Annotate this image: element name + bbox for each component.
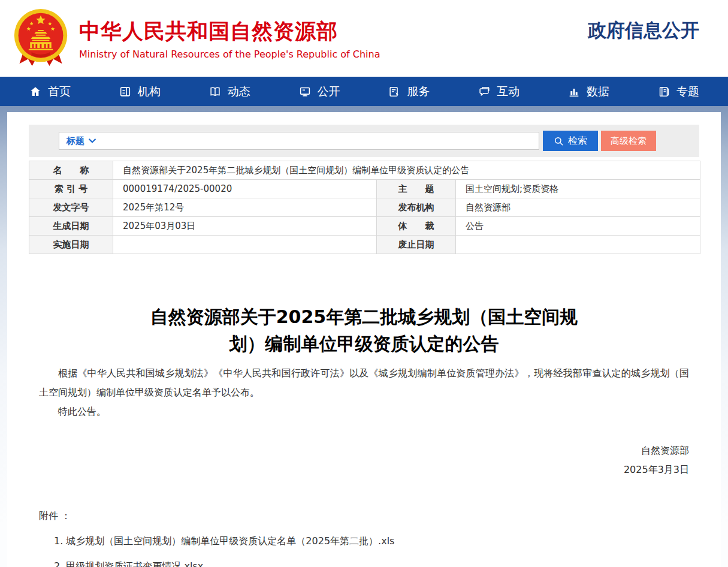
magnifier-icon <box>554 136 564 146</box>
disclosure-screen-icon <box>298 85 312 98</box>
attachments-section: 附件 ： 1. 城乡规划（国土空间规划）编制单位甲级资质认定名单（2025年第二… <box>39 507 689 567</box>
nav-item-service[interactable]: 服务 <box>388 84 430 99</box>
table-row: 名 称 自然资源部关于2025年第二批城乡规划（国土空间规划）编制单位甲级资质认… <box>29 161 700 180</box>
meta-value-repeal <box>456 236 700 254</box>
search-bar: 标题 检索 高级检索 <box>29 125 699 157</box>
main-nav: 首页 机构 动态 <box>0 77 728 106</box>
section-title-gov-info[interactable]: 政府信息公开 <box>588 18 699 43</box>
meta-label-index: 索 引 号 <box>29 180 113 198</box>
meta-value-effective <box>113 236 377 254</box>
meta-label-genre: 体 裁 <box>377 217 456 236</box>
meta-value-name: 自然资源部关于2025年第二批城乡规划（国土空间规划）编制单位甲级资质认定的公告 <box>113 161 700 180</box>
header-branding: 中华人民共和国自然资源部 Ministry of Natural Resourc… <box>12 8 380 69</box>
attachment-link[interactable]: 2. 甲级规划资质证书变更情况.xlsx <box>54 557 689 567</box>
nav-item-home[interactable]: 首页 <box>29 84 71 99</box>
signature-org: 自然资源部 <box>39 441 689 460</box>
content-panel: 标题 检索 高级检索 <box>7 112 721 567</box>
nav-item-news[interactable]: 动态 <box>209 84 250 99</box>
page-background: 标题 检索 高级检索 <box>0 106 728 567</box>
nav-item-label: 专题 <box>676 84 699 99</box>
chevron-down-icon <box>89 138 96 143</box>
table-row: 索 引 号 000019174/2025-00020 主 题 国土空间规划;资质… <box>29 180 700 198</box>
search-field-selector[interactable]: 标题 <box>67 135 96 147</box>
nav-item-label: 服务 <box>407 84 430 99</box>
table-row: 实施日期 废止日期 <box>29 236 700 254</box>
article: 自然资源部关于2025年第二批城乡规划（国土空间规划）编制单位甲级资质认定的公告… <box>7 303 721 567</box>
nav-item-label: 机构 <box>138 84 161 99</box>
nav-item-label: 互动 <box>497 84 519 99</box>
nav-item-interaction[interactable]: 互动 <box>478 84 519 99</box>
attachment-link[interactable]: 1. 城乡规划（国土空间规划）编制单位甲级资质认定名单（2025年第二批）.xl… <box>54 532 689 550</box>
table-row: 发文字号 2025年第12号 发布机构 自然资源部 <box>29 198 700 217</box>
header-titles: 中华人民共和国自然资源部 Ministry of Natural Resourc… <box>79 17 380 60</box>
meta-value-subject: 国土空间规划;资质资格 <box>456 180 700 198</box>
organization-icon <box>119 85 132 98</box>
meta-value-genre: 公告 <box>456 217 700 236</box>
meta-label-effective: 实施日期 <box>29 236 113 254</box>
meta-value-publisher: 自然资源部 <box>456 198 700 217</box>
nav-item-label: 动态 <box>228 84 250 99</box>
search-button[interactable]: 检索 <box>543 131 598 151</box>
meta-label-docnum: 发文字号 <box>29 198 113 217</box>
article-title: 自然资源部关于2025年第二批城乡规划（国土空间规划）编制单位甲级资质认定的公告 <box>141 303 587 357</box>
meta-value-index: 000019174/2025-00020 <box>113 180 377 198</box>
article-paragraph: 根据《中华人民共和国城乡规划法》《中华人民共和国行政许可法》以及《城乡规划编制单… <box>39 364 689 402</box>
meta-label-publisher: 发布机构 <box>377 198 456 217</box>
signature-block: 自然资源部 2025年3月3日 <box>39 441 689 479</box>
table-row: 生成日期 2025年03月03日 体 裁 公告 <box>29 217 700 236</box>
meta-value-docnum: 2025年第12号 <box>113 198 377 217</box>
nav-item-topics[interactable]: 专题 <box>657 84 699 99</box>
article-paragraph: 特此公告。 <box>39 402 689 421</box>
news-book-icon <box>209 85 222 98</box>
meta-label-subject: 主 题 <box>377 180 456 198</box>
topics-journal-icon <box>657 85 670 98</box>
article-body: 根据《中华人民共和国城乡规划法》《中华人民共和国行政许可法》以及《城乡规划编制单… <box>39 364 689 421</box>
search-input[interactable]: 标题 <box>59 132 539 150</box>
nav-item-disclosure[interactable]: 公开 <box>298 84 340 99</box>
nav-item-organization[interactable]: 机构 <box>119 84 161 99</box>
meta-value-gendate: 2025年03月03日 <box>113 217 377 236</box>
signature-date: 2025年3月3日 <box>39 460 689 479</box>
site-header: 中华人民共和国自然资源部 Ministry of Natural Resourc… <box>0 0 728 77</box>
meta-label-gendate: 生成日期 <box>29 217 113 236</box>
nav-item-label: 数据 <box>587 84 609 99</box>
document-metadata-table: 名 称 自然资源部关于2025年第二批城乡规划（国土空间规划）编制单位甲级资质认… <box>29 161 700 254</box>
home-icon <box>29 85 42 98</box>
meta-label-repeal: 废止日期 <box>377 236 456 254</box>
national-emblem-icon <box>12 8 70 69</box>
nav-item-data[interactable]: 数据 <box>567 84 609 99</box>
search-field-selector-label: 标题 <box>67 135 84 147</box>
interaction-chat-icon <box>478 85 491 98</box>
attachments-label: 附件 ： <box>39 507 689 525</box>
search-button-label: 检索 <box>568 135 587 147</box>
meta-label-name: 名 称 <box>29 161 113 180</box>
site-subtitle: Ministry of Natural Resources of the Peo… <box>79 49 380 60</box>
nav-item-label: 首页 <box>48 84 71 99</box>
data-chart-icon <box>567 85 581 98</box>
page: 中华人民共和国自然资源部 Ministry of Natural Resourc… <box>0 0 728 567</box>
advanced-search-button[interactable]: 高级检索 <box>601 131 656 151</box>
service-edit-icon <box>388 85 401 98</box>
nav-item-label: 公开 <box>318 84 340 99</box>
site-title: 中华人民共和国自然资源部 <box>79 17 380 46</box>
